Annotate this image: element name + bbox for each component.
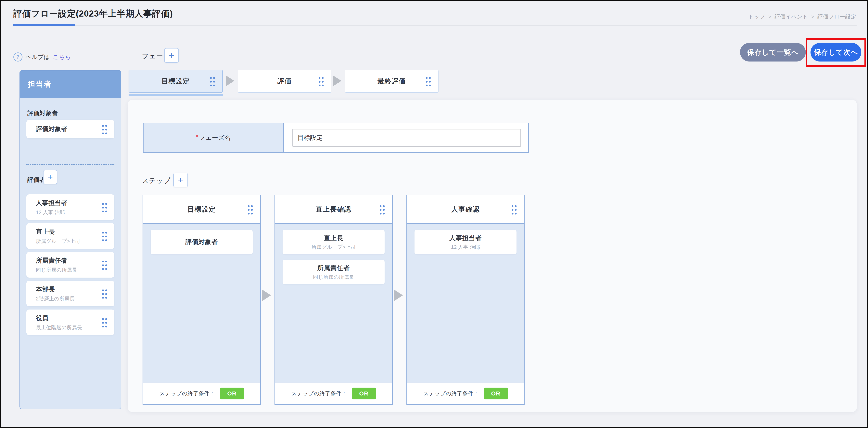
help-row: ? ヘルプは こちら <box>13 52 71 61</box>
step-column-footer: ステップの終了条件： OR <box>143 382 260 404</box>
required-mark: * <box>196 133 198 140</box>
drag-handle-icon[interactable] <box>247 204 253 215</box>
card-title: 評価対象者 <box>185 238 218 247</box>
title-accent-bar <box>13 24 75 26</box>
drag-handle-icon[interactable] <box>101 231 107 241</box>
header-divider <box>13 25 857 26</box>
step-assignee-card[interactable]: 人事担当者 12 人事 治郎 <box>414 230 517 254</box>
tab-label: 目標設定 <box>161 77 190 86</box>
step-column-body: 評価対象者 <box>143 224 260 382</box>
or-condition-badge[interactable]: OR <box>220 388 244 399</box>
target-section-label: 評価対象者 <box>27 109 58 117</box>
page-title: 評価フロー設定(2023年上半期人事評価) <box>13 8 173 20</box>
card-title: 直上長 <box>324 234 343 242</box>
phase-tab-final-evaluation[interactable]: 最終評価 <box>345 70 438 93</box>
tab-label: 最終評価 <box>377 77 406 86</box>
dashed-divider <box>26 164 115 165</box>
drag-handle-icon[interactable] <box>379 204 385 215</box>
card-desc: 所属グループ>上司 <box>311 244 355 251</box>
tab-label: 評価 <box>277 77 291 86</box>
end-condition-label: ステップの終了条件： <box>291 390 347 397</box>
step-assignee-card[interactable]: 所属責任者 同じ所属の所属長 <box>283 260 384 284</box>
evaluator-card-executive[interactable]: 役員 最上位階層の所属長 <box>26 310 115 335</box>
phase-name-value-cell <box>284 123 528 152</box>
step-column-hr-check: 人事確認 人事担当者 12 人事 治郎 ステップの終了条件： OR <box>406 195 525 405</box>
card-desc: 12 人事 治郎 <box>451 244 480 251</box>
add-step-button[interactable]: + <box>173 173 188 187</box>
phase-tab-goal-setting[interactable]: 目標設定 <box>129 70 223 93</box>
drag-handle-icon[interactable] <box>101 124 107 134</box>
step-assignee-card[interactable]: 評価対象者 <box>151 230 253 254</box>
breadcrumb-separator: > <box>768 14 771 20</box>
help-link[interactable]: こちら <box>53 53 71 61</box>
breadcrumb-item-flow-settings[interactable]: 評価フロー設定 <box>817 13 856 21</box>
step-column-body: 直上長 所属グループ>上司 所属責任者 同じ所属の所属長 <box>275 224 392 382</box>
assignee-sidebar: 担当者 評価対象者 評価対象者 評価者 + 人事担当者 12 人事 治郎 直上長… <box>20 70 121 409</box>
active-tab-underline <box>129 94 223 96</box>
drag-handle-icon[interactable] <box>318 76 324 86</box>
step-column-header[interactable]: 直上長確認 <box>275 195 392 224</box>
sidebar-title: 担当者 <box>20 70 121 98</box>
save-and-next-button[interactable]: 保存して次へ <box>810 43 861 61</box>
phase-name-input[interactable] <box>292 129 521 147</box>
help-text: ヘルプは <box>26 53 50 61</box>
phase-arrow-icon <box>226 75 234 86</box>
step-section-label: ステップ <box>142 176 171 185</box>
end-condition-label: ステップの終了条件： <box>423 390 479 397</box>
or-condition-badge[interactable]: OR <box>352 388 376 399</box>
breadcrumb-item-events[interactable]: 評価イベント <box>774 13 808 21</box>
save-and-list-button[interactable]: 保存して一覧へ <box>740 43 806 61</box>
phase-tab-evaluation[interactable]: 評価 <box>238 70 332 93</box>
step-column-header[interactable]: 目標設定 <box>143 195 260 224</box>
breadcrumb: トップ > 評価イベント > 評価フロー設定 <box>748 13 856 21</box>
step-column-header[interactable]: 人事確認 <box>407 195 524 224</box>
evaluator-card-dept-head[interactable]: 所属責任者 同じ所属の所属長 <box>26 252 115 278</box>
step-column-body: 人事担当者 12 人事 治郎 <box>407 224 524 382</box>
phase-arrow-icon <box>333 75 341 86</box>
step-column-footer: ステップの終了条件： OR <box>407 382 524 404</box>
drag-handle-icon[interactable] <box>209 76 215 86</box>
step-arrow-icon <box>394 289 403 301</box>
add-evaluator-button[interactable]: + <box>43 170 57 184</box>
step-column-manager-check: 直上長確認 直上長 所属グループ>上司 所属責任者 同じ所属の所属長 ステップの… <box>275 195 393 405</box>
step-column-goal-setting: 目標設定 評価対象者 ステップの終了条件： OR <box>143 195 261 405</box>
step-title: 人事確認 <box>451 205 480 214</box>
evaluation-flow-settings-page: 評価フロー設定(2023年上半期人事評価) トップ > 評価イベント > 評価フ… <box>0 0 868 428</box>
phase-name-form-row: * フェーズ名 <box>143 123 529 153</box>
breadcrumb-item-top[interactable]: トップ <box>748 13 765 21</box>
phase-name-label: フェーズ名 <box>199 134 231 142</box>
step-assignee-card[interactable]: 直上長 所属グループ>上司 <box>283 230 384 254</box>
card-title: 人事担当者 <box>450 234 482 242</box>
drag-handle-icon[interactable] <box>101 260 107 270</box>
add-phase-button[interactable]: + <box>164 48 179 63</box>
or-condition-badge[interactable]: OR <box>484 388 508 399</box>
drag-handle-icon[interactable] <box>101 288 107 299</box>
question-circle-icon[interactable]: ? <box>13 52 23 61</box>
evaluator-card-division-head[interactable]: 本部長 2階層上の所属長 <box>26 281 115 306</box>
drag-handle-icon[interactable] <box>101 202 107 212</box>
step-title: 直上長確認 <box>316 205 351 214</box>
end-condition-label: ステップの終了条件： <box>159 390 215 397</box>
evaluator-card-hr[interactable]: 人事担当者 12 人事 治郎 <box>26 194 115 220</box>
step-column-footer: ステップの終了条件： OR <box>275 382 392 404</box>
drag-handle-icon[interactable] <box>425 76 431 86</box>
drag-handle-icon[interactable] <box>101 317 107 327</box>
target-person-card[interactable]: 評価対象者 <box>26 120 115 138</box>
card-desc: 同じ所属の所属長 <box>313 274 354 281</box>
drag-handle-icon[interactable] <box>511 204 517 215</box>
phase-name-label-cell: * フェーズ名 <box>144 123 284 152</box>
breadcrumb-separator: > <box>811 14 814 20</box>
evaluator-card-direct-manager[interactable]: 直上長 所属グループ>上司 <box>26 223 115 249</box>
step-arrow-icon <box>262 289 271 301</box>
step-title: 目標設定 <box>187 205 216 214</box>
card-title: 所属責任者 <box>317 264 350 273</box>
